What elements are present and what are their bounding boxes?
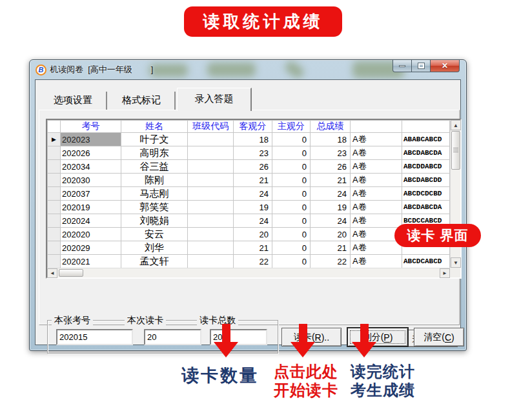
cell-subjective-score[interactable]: 0 [272, 160, 311, 174]
row-selector[interactable] [48, 174, 61, 187]
cell-objective-score[interactable]: 20 [234, 228, 272, 241]
row-selector[interactable] [48, 241, 61, 255]
cell-name[interactable]: 孟文轩 [121, 255, 188, 268]
horizontal-scroll-thumb[interactable] [59, 269, 83, 277]
cell-name[interactable]: 安云 [121, 228, 188, 241]
cell-answers[interactable]: ABCDDABCD [402, 160, 450, 174]
cell-class-code[interactable] [188, 146, 234, 160]
cell-class-code[interactable] [188, 228, 234, 241]
cell-name[interactable]: 叶子文 [121, 133, 188, 146]
cell-total-score[interactable]: 24 [311, 187, 351, 201]
cell-subjective-score[interactable]: 0 [272, 241, 311, 255]
cell-objective-score[interactable]: 21 [234, 174, 272, 187]
cell-total-score[interactable]: 21 [311, 241, 351, 255]
row-selector[interactable] [48, 160, 61, 174]
cell-answers[interactable]: ABCDABCDA [402, 146, 450, 160]
tab-format-marks[interactable]: 格式标记 [108, 92, 176, 110]
cell-answers[interactable]: ABCDABCDA [402, 201, 450, 214]
scroll-up-button[interactable]: ▲ [451, 120, 461, 130]
row-selector[interactable]: ▶ [48, 133, 61, 146]
cell-objective-score[interactable]: 24 [234, 214, 272, 228]
row-selector[interactable] [48, 228, 61, 241]
cell-name[interactable]: 郭笑笑 [121, 201, 188, 214]
cell-paper-type[interactable]: A卷 [351, 201, 402, 214]
cell-paper-type[interactable]: A卷 [351, 241, 402, 255]
current-exam-no-input[interactable] [56, 329, 133, 345]
cell-subjective-score[interactable]: 0 [272, 214, 311, 228]
cards-this-session-input[interactable] [144, 329, 201, 345]
cell-subjective-score[interactable]: 0 [272, 146, 311, 160]
cell-exam-no[interactable]: 202034 [61, 160, 121, 174]
cell-objective-score[interactable]: 21 [234, 241, 272, 255]
minimize-button[interactable] [393, 60, 412, 72]
clear-button[interactable]: 清空(C) [414, 328, 464, 346]
cell-objective-score[interactable]: 23 [234, 146, 272, 160]
scroll-down-button[interactable]: ▼ [451, 257, 461, 268]
cell-total-score[interactable]: 26 [311, 160, 351, 174]
cell-subjective-score[interactable]: 0 [272, 133, 311, 146]
cell-name[interactable]: 高明东 [121, 146, 188, 160]
cell-paper-type[interactable]: A卷 [351, 214, 402, 228]
table-row[interactable]: 202020安云20020A卷 [48, 228, 450, 241]
cell-exam-no[interactable]: 202037 [61, 187, 121, 201]
cell-class-code[interactable] [188, 133, 234, 146]
cell-total-score[interactable]: 21 [311, 174, 351, 187]
cell-answers[interactable]: ABABCABCD [402, 133, 450, 146]
table-row[interactable]: ▶202023叶子文18018A卷ABABCABCD [48, 133, 450, 146]
cell-paper-type[interactable]: A卷 [351, 160, 402, 174]
horizontal-scrollbar[interactable]: ◄ ► [47, 268, 450, 277]
cell-class-code[interactable] [188, 160, 234, 174]
cell-paper-type[interactable]: A卷 [351, 133, 402, 146]
cell-objective-score[interactable]: 24 [234, 187, 272, 201]
cell-total-score[interactable]: 24 [311, 214, 351, 228]
scroll-left-button[interactable]: ◄ [47, 268, 57, 278]
cell-exam-no[interactable]: 202026 [61, 146, 121, 160]
cell-objective-score[interactable]: 22 [234, 255, 272, 268]
cell-name[interactable]: 刘晓娟 [121, 214, 188, 228]
vertical-scroll-thumb[interactable] [451, 131, 460, 170]
table-row[interactable]: 202021孟文轩22022A卷ABCDCABCD [48, 255, 450, 268]
row-selector[interactable] [48, 255, 61, 268]
cell-total-score[interactable]: 19 [311, 201, 351, 214]
cell-class-code[interactable] [188, 255, 234, 268]
cell-paper-type[interactable]: A卷 [351, 174, 402, 187]
cell-answers[interactable]: ABCDABCDD [402, 174, 450, 187]
cell-subjective-score[interactable]: 0 [272, 255, 311, 268]
table-row[interactable]: 202024刘晓娟24024A卷BCDCCABCD [48, 214, 450, 228]
cell-class-code[interactable] [188, 241, 234, 255]
cell-class-code[interactable] [188, 174, 234, 187]
cell-paper-type[interactable]: A卷 [351, 255, 402, 268]
cell-exam-no[interactable]: 202024 [61, 214, 121, 228]
row-selector[interactable] [48, 214, 61, 228]
row-selector[interactable] [48, 201, 61, 214]
tab-enter-answers[interactable]: 录入答题 [177, 88, 252, 111]
cell-exam-no[interactable]: 202021 [61, 255, 121, 268]
cell-name[interactable]: 马志刚 [121, 187, 188, 201]
table-row[interactable]: 202019郭笑笑19019A卷ABCDABCDA [48, 201, 450, 214]
tab-option-settings[interactable]: 选项设置 [40, 92, 107, 110]
cell-objective-score[interactable]: 26 [234, 160, 272, 174]
cell-name[interactable]: 刘华 [121, 241, 188, 255]
cell-exam-no[interactable]: 202020 [61, 228, 121, 241]
cell-paper-type[interactable]: A卷 [351, 187, 402, 201]
cell-objective-score[interactable]: 18 [234, 133, 272, 146]
scroll-right-button[interactable]: ► [440, 268, 450, 278]
cell-total-score[interactable]: 22 [311, 255, 351, 268]
table-row[interactable]: 202037马志刚24024A卷ABCDCDCBD [48, 187, 450, 201]
table-row[interactable]: 202034谷三益26026A卷ABCDDABCD [48, 160, 450, 174]
row-selector[interactable] [48, 146, 61, 160]
row-selector[interactable] [48, 187, 61, 201]
cell-subjective-score[interactable]: 0 [272, 174, 311, 187]
cell-subjective-score[interactable]: 0 [272, 187, 311, 201]
cell-name[interactable]: 谷三益 [121, 160, 188, 174]
table-row[interactable]: 202029刘华21021A卷 [48, 241, 450, 255]
cell-class-code[interactable] [188, 187, 234, 201]
cell-class-code[interactable] [188, 201, 234, 214]
cell-total-score[interactable]: 20 [311, 228, 351, 241]
table-row[interactable]: 202030陈刚21021A卷ABCDABCDD [48, 174, 450, 187]
cell-objective-score[interactable]: 19 [234, 201, 272, 214]
cell-subjective-score[interactable]: 0 [272, 228, 311, 241]
cell-subjective-score[interactable]: 0 [272, 201, 311, 214]
cell-total-score[interactable]: 23 [311, 146, 351, 160]
cell-answers[interactable]: ABCDCDCBD [402, 187, 450, 201]
